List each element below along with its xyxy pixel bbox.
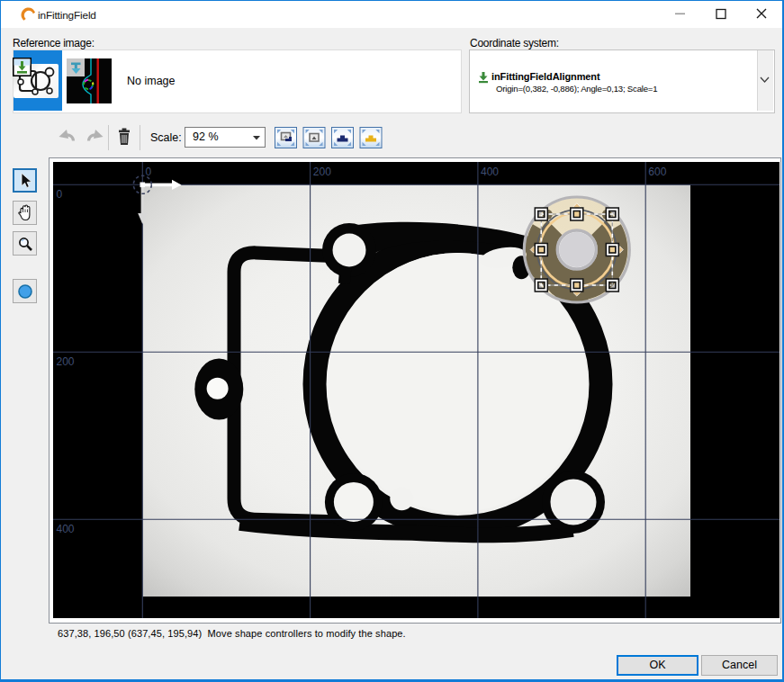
svg-text:0: 0 xyxy=(146,166,152,178)
svg-text:600: 600 xyxy=(648,166,666,178)
svg-text:0: 0 xyxy=(57,188,63,201)
svg-text:400: 400 xyxy=(57,523,75,535)
svg-text:200: 200 xyxy=(313,166,331,178)
svg-text:400: 400 xyxy=(481,166,499,178)
svg-text:200: 200 xyxy=(57,355,75,368)
